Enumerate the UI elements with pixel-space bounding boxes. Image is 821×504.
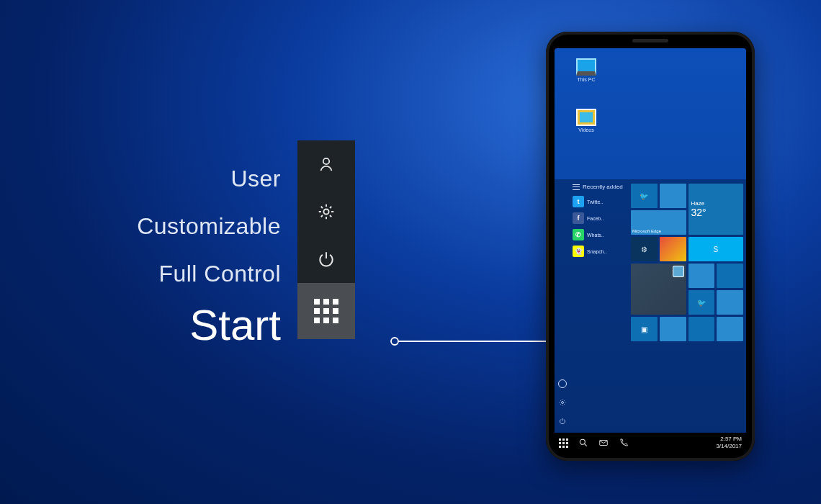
search-icon[interactable] [578, 438, 588, 448]
phone-speaker [632, 39, 668, 42]
folder-icon [576, 109, 596, 126]
power-button[interactable] [297, 235, 355, 283]
start-tiles: 🐦 Haze 32° Microsoft Edge ⚙ S 🐦 ▣ [628, 179, 746, 433]
phone-icon[interactable] [619, 438, 629, 448]
desktop-icon-label: This PC [569, 77, 604, 82]
taskbar: 2:57 PM 3/14/2017 [555, 433, 746, 453]
user-icon [318, 156, 335, 173]
twitter-icon: t [573, 196, 584, 207]
settings-button[interactable] [297, 188, 355, 235]
start-list-title: Recently added [583, 184, 623, 190]
tile-settings[interactable]: ⚙ [631, 237, 658, 261]
phone-screen: This PC Videos R [555, 48, 746, 453]
tile-edge[interactable]: Microsoft Edge [631, 210, 686, 235]
app-list-item-twitter[interactable]: t Twitte.. [573, 194, 626, 209]
label-start: Start [79, 300, 281, 350]
label-column: User Customizable Full Control Start [79, 155, 281, 350]
label-full-control: Full Control [79, 250, 281, 297]
label-customizable: Customizable [79, 202, 281, 250]
connector-line [360, 337, 576, 442]
svg-point-3 [562, 402, 564, 404]
start-button[interactable] [297, 283, 355, 339]
tile-weather[interactable]: Haze 32° [688, 184, 744, 235]
tile-blank-3[interactable] [717, 264, 743, 288]
desktop-icon-this-pc[interactable]: This PC [569, 58, 604, 82]
taskbar-time: 2:57 PM [716, 436, 742, 443]
tile-candy-crush[interactable] [660, 237, 686, 261]
taskbar-left [559, 438, 629, 448]
start-panel: Recently added t Twitte.. f Faceb.. ✆ Wh… [555, 179, 746, 433]
tile-blank-6[interactable] [660, 317, 686, 341]
tile-blank-5[interactable]: ▣ [631, 317, 658, 341]
tile-twitter-2[interactable]: 🐦 [688, 290, 715, 315]
label-user: User [79, 155, 281, 202]
app-list-item-facebook[interactable]: f Faceb.. [573, 211, 626, 225]
facebook-icon: f [573, 212, 584, 224]
app-list-item-whatsapp[interactable]: ✆ Whats.. [573, 228, 626, 242]
gear-icon[interactable] [558, 398, 567, 407]
monitor-icon [576, 58, 596, 76]
tile-skype[interactable]: S [688, 237, 744, 261]
user-button[interactable] [297, 140, 355, 188]
tile-blank-7[interactable] [688, 317, 715, 341]
tile-blank-2[interactable] [688, 264, 715, 288]
user-avatar-icon[interactable] [558, 379, 567, 388]
power-icon [317, 250, 336, 269]
phone-device: This PC Videos R [546, 32, 755, 461]
weather-condition: Haze [691, 200, 705, 207]
tile-blank-8[interactable] [717, 317, 743, 341]
app-list-item-snapchat[interactable]: 👻 Snapch.. [573, 244, 626, 258]
whatsapp-icon: ✆ [573, 229, 584, 240]
mail-icon[interactable] [598, 438, 609, 448]
weather-temp: 32° [691, 207, 706, 218]
system-menu [297, 140, 355, 339]
tile-twitter[interactable]: 🐦 [631, 184, 658, 208]
gear-icon [317, 202, 336, 221]
desktop-icon-videos[interactable]: Videos [569, 109, 604, 132]
grid-icon [314, 299, 338, 323]
svg-point-4 [580, 439, 585, 444]
svg-point-2 [391, 338, 398, 345]
svg-point-0 [323, 158, 329, 164]
taskbar-date: 3/14/2017 [716, 443, 742, 450]
tile-game-promo[interactable] [631, 264, 686, 315]
svg-point-1 [323, 209, 328, 214]
taskbar-clock[interactable]: 2:57 PM 3/14/2017 [716, 436, 742, 450]
start-list-header: Recently added [573, 184, 626, 190]
tile-blank-1[interactable] [660, 184, 686, 208]
taskbar-start-button[interactable] [559, 438, 568, 448]
hamburger-icon[interactable] [573, 184, 580, 190]
power-icon[interactable] [558, 417, 567, 426]
svg-rect-5 [600, 441, 608, 446]
tile-blank-4[interactable] [717, 290, 743, 315]
start-side-rail [555, 179, 570, 433]
start-app-list: Recently added t Twitte.. f Faceb.. ✆ Wh… [570, 179, 628, 433]
desktop-icon-label: Videos [569, 127, 604, 132]
snapchat-icon: 👻 [573, 246, 584, 257]
